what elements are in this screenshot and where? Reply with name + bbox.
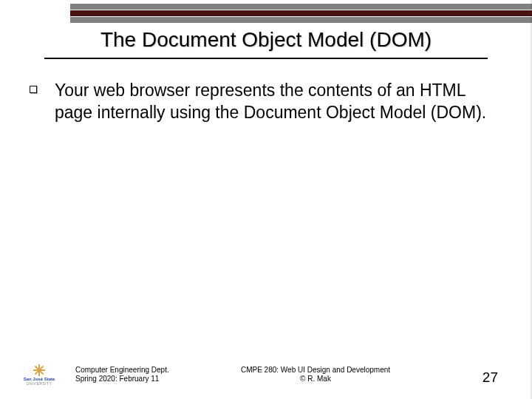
body-content: Your web browser represents the contents… (30, 80, 502, 124)
footer-copyright: © R. Mak (223, 375, 408, 384)
university-logo: San José State UNIVERSITY (18, 364, 61, 386)
footer-dept: Computer Engineering Dept. (75, 366, 201, 375)
logo-star-icon (33, 364, 45, 376)
band-gray-1 (70, 3, 532, 10)
footer-left: Computer Engineering Dept. Spring 2020: … (75, 366, 201, 384)
footer-course: CMPE 280: Web UI Design and Development (223, 366, 408, 375)
bullet-item: Your web browser represents the contents… (30, 80, 502, 124)
footer-date: Spring 2020: February 11 (75, 375, 201, 384)
page-number: 27 (482, 369, 498, 386)
band-maroon (70, 10, 532, 16)
title-underline (44, 58, 488, 59)
title-section: The Document Object Model (DOM) (0, 22, 532, 59)
bullet-text: Your web browser represents the contents… (55, 80, 502, 124)
bullet-marker-icon (30, 86, 37, 93)
footer-center: CMPE 280: Web UI Design and Development … (223, 366, 408, 384)
logo-sublabel: UNIVERSITY (18, 381, 61, 386)
footer: San José State UNIVERSITY Computer Engin… (0, 364, 532, 386)
slide-title: The Document Object Model (DOM) (44, 22, 488, 56)
header-bands (70, 3, 532, 23)
